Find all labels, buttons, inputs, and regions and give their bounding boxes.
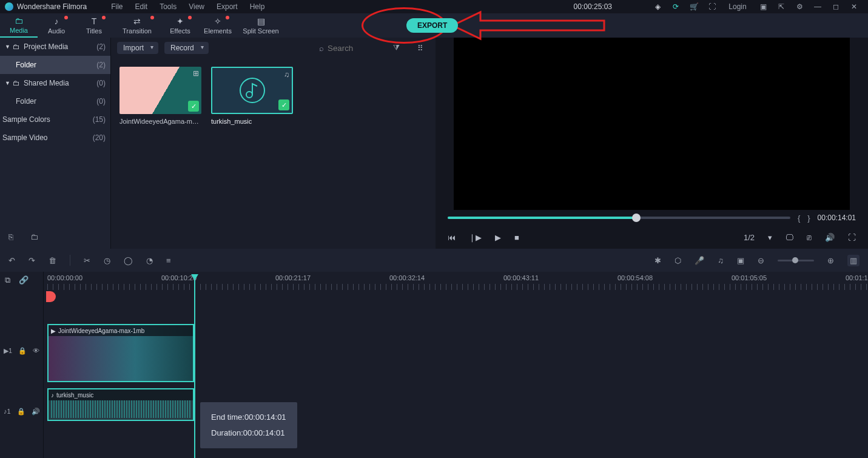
sidebar-count: (0) [96,79,106,87]
video-thumb-icon: ⊞✓ [119,67,201,114]
video-track-toggle-icon[interactable]: ▶1 [4,347,12,355]
zoom-fit-icon[interactable]: ▥ [847,255,860,266]
display-icon[interactable]: 🖵 [786,233,793,242]
eye-icon[interactable]: 👁 [33,347,39,354]
filter-icon[interactable]: ⧩ [387,39,405,57]
preview-canvas[interactable] [454,38,850,210]
tab-elements[interactable]: ✧Elements [199,13,237,38]
audio-track[interactable]: ♪turkish_music [47,388,868,421]
video-clip[interactable]: ▶JointWideeyedAgama-max-1mb [47,324,194,382]
mark-in-icon[interactable]: { [798,214,800,223]
video-track[interactable]: ▶JointWideeyedAgama-max-1mb [47,324,868,382]
link-icon[interactable]: ⧉ [5,275,10,285]
open-icon[interactable]: ⇱ [775,0,788,13]
timeline[interactable]: ⧉ 🔗 ▶1 🔒 👁 ♪1 🔒 🔊 00:00:00:0000:00:10:20… [0,272,868,458]
tab-splitscreen[interactable]: ▤Split Screen [237,13,285,38]
login-button[interactable]: Login [724,0,752,13]
refresh-icon[interactable]: ⟳ [669,0,682,13]
chevron-down-icon[interactable]: ▾ [768,233,772,242]
play-icon[interactable]: ▶ [495,233,501,242]
media-thumb[interactable]: ♫✓turkish_music [211,67,293,125]
new-folder-icon[interactable]: ⎘ [8,232,13,241]
search-icon: ⌕ [319,44,324,53]
timeline-ruler[interactable]: 00:00:00:0000:00:10:2000:00:21:1700:00:3… [47,274,868,290]
grid-view-icon[interactable]: ⠿ [411,39,429,57]
menu-tools[interactable]: Tools [160,2,177,11]
clock-icon[interactable]: ◔ [146,256,153,265]
mixer-icon[interactable]: ♫ [718,256,724,265]
video-clip-label: JointWideeyedAgama-max-1mb [58,328,144,334]
chain-icon[interactable]: 🔗 [19,275,29,285]
lock-icon[interactable]: 🔒 [17,408,25,416]
minimize-icon[interactable]: — [811,0,824,13]
tab-effects[interactable]: ✦Effects [161,13,199,38]
gift-icon[interactable]: ⛶ [705,0,719,13]
menu-export[interactable]: Export [217,2,238,11]
media-thumb[interactable]: ⊞✓JointWideeyedAgama-ma... [119,67,201,125]
mark-out-icon[interactable]: } [807,214,810,223]
undo-icon[interactable]: ↶ [8,256,15,265]
speed-icon[interactable]: ◷ [104,256,110,265]
thumb-label: turkish_music [211,118,293,125]
tab-audio[interactable]: ♪Audio [38,13,75,38]
fullscreen-icon[interactable]: ⛶ [848,233,856,242]
save-icon[interactable]: ▣ [756,0,770,13]
folder-icon[interactable]: 🗀 [30,232,38,241]
voiceover-icon[interactable]: 🎤 [695,256,704,265]
svg-point-2 [246,92,252,98]
tab-media[interactable]: 🗀Media [0,13,38,38]
stop-icon[interactable]: ■ [514,233,519,242]
export-button[interactable]: EXPORT [406,18,458,33]
tab-titles[interactable]: TTitles [75,13,113,38]
zoom-out-icon[interactable]: ⊖ [758,256,764,265]
keyframe-icon[interactable]: ▣ [737,256,744,265]
delete-icon[interactable]: 🗑 [49,256,56,265]
timeline-toolbar: ↶ ↷ 🗑 ✂ ◷ ◯ ◔ ≡ ✱ ⬡ 🎤 ♫ ▣ ⊖ ⊕ ▥ [0,249,868,272]
adjust-icon[interactable]: ≡ [166,256,171,265]
lock-icon[interactable]: 🔒 [18,347,27,355]
compass-icon[interactable]: ◈ [651,0,664,13]
cut-icon[interactable]: ✂ [84,256,90,265]
prev-frame-icon[interactable]: ⏮ [448,233,456,242]
menu-edit[interactable]: Edit [135,2,148,11]
redo-icon[interactable]: ↷ [29,256,35,265]
scrub-slider[interactable] [448,217,790,219]
snapshot-icon[interactable]: ⎚ [807,233,812,242]
search-box[interactable]: ⌕ [314,42,381,54]
settings-icon[interactable]: ⚙ [793,0,806,13]
maximize-icon[interactable]: ◻ [829,0,843,13]
close-icon[interactable]: ✕ [847,0,861,13]
tab-transition[interactable]: ⇄Transition [113,13,161,38]
import-dropdown[interactable]: Import [117,42,158,54]
tab-label: Transition [123,27,152,35]
audio-track-toggle-icon[interactable]: ♪1 [4,408,11,415]
timeline-start-marker[interactable] [46,291,56,302]
sidebar-item-folder[interactable]: Folder(2) [0,56,110,74]
render-icon[interactable]: ✱ [654,256,661,265]
menu-view[interactable]: View [189,2,204,11]
zoom-slider[interactable] [778,260,814,261]
search-input[interactable] [328,44,376,53]
zoom-in-icon[interactable]: ⊕ [827,256,834,265]
sidebar-item-folder[interactable]: Folder(0) [0,92,110,110]
zoom-ratio-dropdown[interactable]: 1/2 [744,233,755,242]
sidebar-item-label: Sample Colors [2,115,50,124]
volume-icon[interactable]: 🔊 [825,233,835,242]
sidebar-count: (0) [96,97,106,106]
crop-icon[interactable]: ◯ [124,256,133,265]
cart-icon[interactable]: 🛒 [687,0,701,13]
speaker-icon[interactable]: 🔊 [32,408,40,416]
titles-icon: T [92,16,97,26]
sidebar-item-shared-media[interactable]: ▼🗀Shared Media(0) [0,74,110,92]
sidebar-item-sample-video[interactable]: Sample Video(20) [0,129,110,147]
elements-icon: ✧ [214,16,221,26]
media-type-icon: ♫ [284,70,289,79]
audio-clip[interactable]: ♪turkish_music [47,388,194,421]
sidebar-item-sample-colors[interactable]: Sample Colors(15) [0,110,110,129]
sidebar-item-project-media[interactable]: ▼🗀Project Media(2) [0,38,110,56]
record-dropdown[interactable]: Record [164,42,209,54]
marker-icon[interactable]: ⬡ [675,256,681,265]
menu-file[interactable]: File [111,2,123,11]
menu-help[interactable]: Help [250,2,265,11]
step-back-icon[interactable]: ❘▶ [469,233,482,242]
